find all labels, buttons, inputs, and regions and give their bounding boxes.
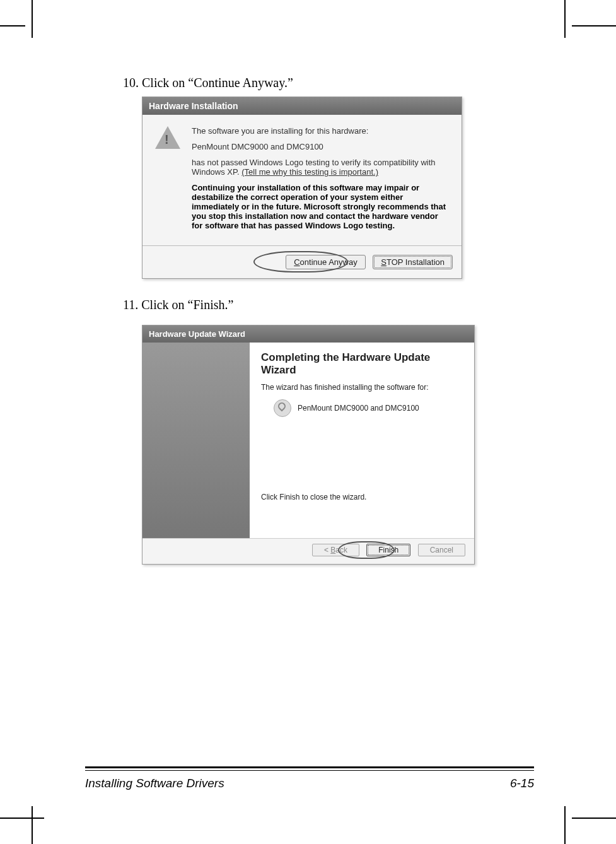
back-button[interactable]: < Back <box>312 544 359 556</box>
device-name: PenMount DMC9000 and DMC9100 <box>192 142 449 151</box>
footer-section-title: Installing Software Drivers <box>85 777 224 790</box>
crop-mark <box>0 818 44 819</box>
tell-me-why-link[interactable]: (Tell me why this testing is important.) <box>241 167 378 177</box>
warning-paragraph: Continuing your installation of this sof… <box>192 183 449 230</box>
crop-mark <box>564 0 566 38</box>
page-footer: Installing Software Drivers 6-15 <box>85 777 534 790</box>
crop-mark <box>32 0 33 38</box>
crop-mark <box>572 818 616 819</box>
logo-test-line: has not passed Windows Logo testing to v… <box>192 158 449 177</box>
hardware-update-wizard-dialog: Hardware Update Wizard Completing the Ha… <box>142 325 475 565</box>
footer-page-number: 6-15 <box>510 777 534 790</box>
wizard-sidebar-image <box>142 343 250 538</box>
page-body: 10. Click on “Continue Anyway.” Hardware… <box>123 76 534 565</box>
crop-mark <box>572 25 616 26</box>
separator <box>142 245 462 246</box>
crop-mark <box>0 25 25 26</box>
step-10-text: 10. Click on “Continue Anyway.” <box>123 76 534 90</box>
hardware-installation-dialog: Hardware Installation The software you a… <box>142 97 462 279</box>
warning-icon <box>155 126 180 151</box>
dialog-title: Hardware Installation <box>142 97 462 115</box>
wizard-heading: Completing the Hardware Update Wizard <box>261 351 463 377</box>
continue-anyway-button[interactable]: Continue Anyway <box>286 255 365 269</box>
footer-rule <box>85 766 534 768</box>
cancel-button[interactable]: Cancel <box>418 544 465 556</box>
device-icon <box>274 399 291 417</box>
crop-mark <box>564 806 566 844</box>
footer-rule-thin <box>85 770 534 771</box>
finish-button[interactable]: Finish <box>366 544 410 556</box>
crop-mark <box>32 806 33 844</box>
intro-line: The software you are installing for this… <box>192 126 449 136</box>
close-instruction: Click Finish to close the wizard. <box>261 493 463 501</box>
step-11-text: 11. Click on “Finish.” <box>123 298 534 312</box>
wizard-subtext: The wizard has finished installing the s… <box>261 383 463 392</box>
device-name: PenMount DMC9000 and DMC9100 <box>298 404 419 413</box>
dialog-title: Hardware Update Wizard <box>142 325 474 343</box>
stop-installation-button[interactable]: STOP Installation <box>373 255 453 269</box>
dialog-text: The software you are installing for this… <box>192 126 449 237</box>
